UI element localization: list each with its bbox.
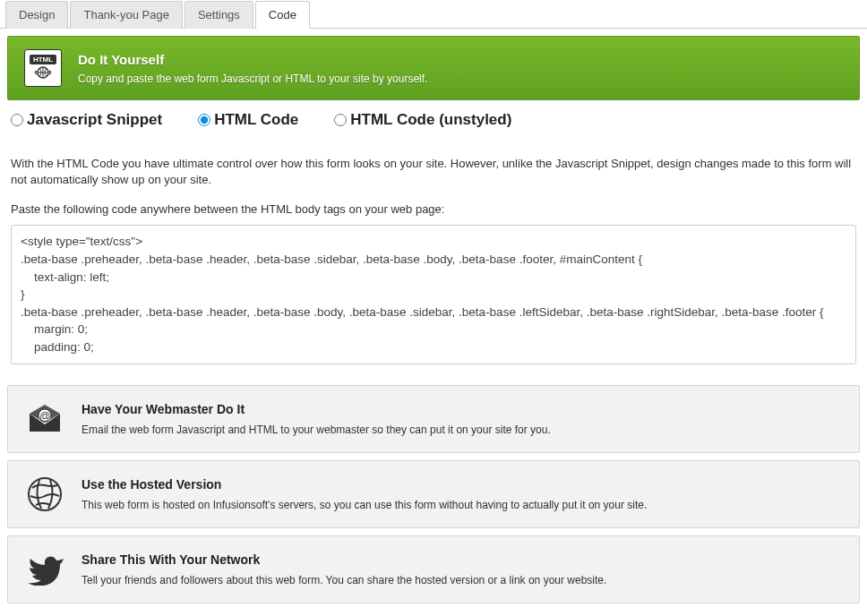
radio-unstyled-input[interactable] (334, 114, 347, 126)
paste-instruction: Paste the following code anywhere betwee… (7, 197, 860, 225)
section-hosted[interactable]: Use the Hosted Version This web form is … (7, 460, 860, 528)
section-share-text: Share This With Your Network Tell your f… (82, 552, 606, 586)
globe-icon (24, 474, 65, 515)
radio-html-unstyled[interactable]: HTML Code (unstyled) (334, 111, 511, 129)
webmaster-title: Have Your Webmaster Do It (82, 402, 551, 416)
section-webmaster-text: Have Your Webmaster Do It Email the web … (82, 402, 551, 436)
section-hosted-text: Use the Hosted Version This web form is … (82, 477, 647, 511)
radio-unstyled-label: HTML Code (unstyled) (350, 111, 511, 129)
section-share[interactable]: Share This With Your Network Tell your f… (7, 535, 860, 603)
radio-html-input[interactable] (198, 114, 210, 126)
section-webmaster[interactable]: @ Have Your Webmaster Do It Email the we… (7, 385, 860, 453)
tab-code[interactable]: Code (255, 1, 310, 29)
code-textarea[interactable] (11, 225, 856, 364)
svg-text:@: @ (39, 410, 50, 423)
tab-thankyou[interactable]: Thank-you Page (70, 1, 182, 29)
globe-icon (34, 66, 52, 81)
html-icon-label: HTML (30, 55, 56, 64)
tab-design[interactable]: Design (5, 1, 68, 29)
mail-icon: @ (24, 398, 65, 440)
code-description: With the HTML Code you have ultimate con… (7, 134, 860, 197)
radio-html-label: HTML Code (214, 111, 298, 129)
webmaster-description: Email the web form Javascript and HTML t… (82, 424, 551, 436)
content-area: HTML Do It Yourself Copy and paste the w… (0, 29, 867, 616)
code-type-radios: Javascript Snippet HTML Code HTML Code (… (7, 100, 860, 134)
diy-banner: HTML Do It Yourself Copy and paste the w… (7, 36, 860, 100)
radio-js-snippet[interactable]: Javascript Snippet (11, 111, 162, 129)
hosted-title: Use the Hosted Version (82, 477, 647, 492)
tab-settings[interactable]: Settings (185, 1, 253, 29)
banner-text: Do It Yourself Copy and paste the web fo… (78, 52, 427, 85)
banner-title: Do It Yourself (78, 52, 427, 67)
html-icon: HTML (24, 49, 62, 87)
radio-js-label: Javascript Snippet (27, 111, 162, 129)
radio-html-code[interactable]: HTML Code (198, 111, 298, 129)
share-description: Tell your friends and followers about th… (82, 574, 606, 586)
share-title: Share This With Your Network (82, 552, 606, 567)
radio-js-input[interactable] (11, 114, 23, 126)
bird-icon (24, 549, 65, 590)
banner-description: Copy and paste the web form Javascript o… (78, 73, 427, 85)
hosted-description: This web form is hosted on Infusionsoft'… (82, 499, 647, 511)
tabs-bar: Design Thank-you Page Settings Code (0, 0, 867, 29)
